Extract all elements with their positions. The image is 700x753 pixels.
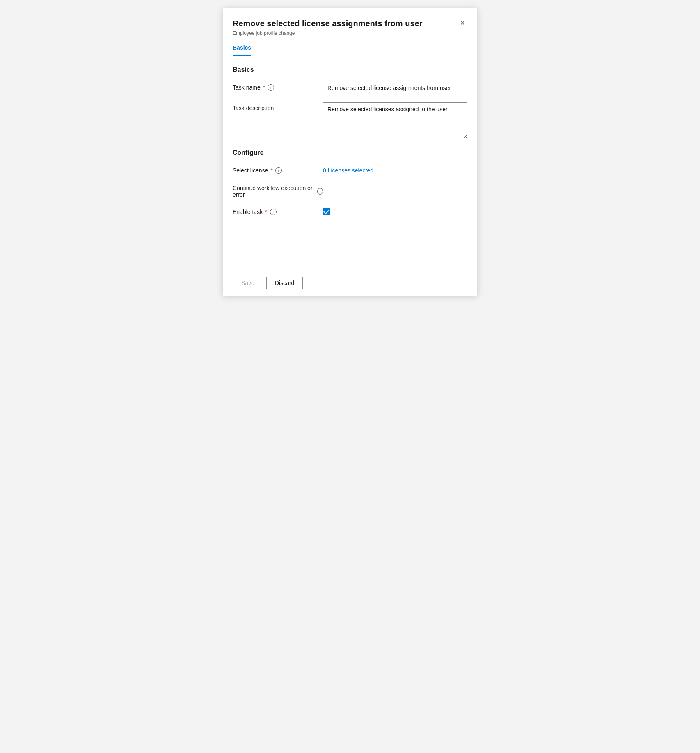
enable-task-checkbox-container	[323, 206, 467, 215]
continue-workflow-checkbox-wrap	[323, 182, 467, 191]
enable-task-label-text: Enable task	[233, 209, 263, 215]
task-description-input-wrap	[323, 102, 467, 141]
enable-task-required-star: *	[265, 209, 267, 215]
dialog-subtitle: Employee job profile change	[233, 30, 467, 36]
select-license-info-icon[interactable]: i	[275, 167, 282, 174]
task-name-input[interactable]	[323, 82, 467, 94]
enable-task-row: Enable task * i	[233, 206, 467, 215]
continue-workflow-row: Continue workflow execution on error i	[233, 182, 467, 198]
select-license-button[interactable]: 0 Licenses selected	[323, 165, 373, 174]
task-name-required-star: *	[263, 84, 265, 91]
dialog: Remove selected license assignments from…	[223, 8, 477, 296]
task-description-row: Task description	[233, 102, 467, 141]
dialog-footer: Save Discard	[223, 270, 477, 296]
select-license-required-star: *	[270, 167, 272, 174]
task-name-label-text: Task name	[233, 84, 261, 91]
continue-workflow-checkbox-container	[323, 182, 467, 191]
task-description-label: Task description	[233, 102, 323, 111]
tab-bar: Basics	[223, 40, 477, 56]
enable-task-checkbox[interactable]	[323, 208, 330, 215]
configure-section-title: Configure	[233, 149, 467, 156]
task-name-info-icon[interactable]: i	[268, 84, 274, 91]
continue-workflow-label-text: Continue workflow execution on error	[233, 185, 315, 198]
discard-button[interactable]: Discard	[266, 277, 303, 289]
continue-workflow-label: Continue workflow execution on error i	[233, 182, 323, 198]
select-license-value-wrap: 0 Licenses selected	[323, 165, 467, 174]
select-license-label-text: Select license	[233, 167, 268, 174]
dialog-header: Remove selected license assignments from…	[223, 8, 477, 40]
task-description-textarea[interactable]	[323, 102, 467, 139]
task-name-input-wrap	[323, 82, 467, 94]
close-button[interactable]: ×	[456, 16, 469, 30]
select-license-label: Select license * i	[233, 165, 323, 174]
enable-task-label: Enable task * i	[233, 206, 323, 215]
task-name-row: Task name * i	[233, 82, 467, 94]
basics-section-title: Basics	[233, 66, 467, 73]
dialog-title: Remove selected license assignments from…	[233, 18, 467, 29]
enable-task-checkbox-wrap	[323, 206, 467, 215]
select-license-row: Select license * i 0 Licenses selected	[233, 165, 467, 174]
continue-workflow-checkbox[interactable]	[323, 184, 330, 191]
save-button[interactable]: Save	[233, 277, 263, 289]
tab-basics[interactable]: Basics	[233, 40, 251, 56]
enable-task-info-icon[interactable]: i	[270, 209, 277, 215]
task-description-label-text: Task description	[233, 105, 274, 111]
configure-section: Configure Select license * i 0 Licenses …	[233, 149, 467, 215]
continue-workflow-info-icon[interactable]: i	[317, 188, 323, 195]
task-name-label: Task name * i	[233, 82, 323, 91]
dialog-body: Basics Task name * i Task description Co…	[223, 56, 477, 270]
